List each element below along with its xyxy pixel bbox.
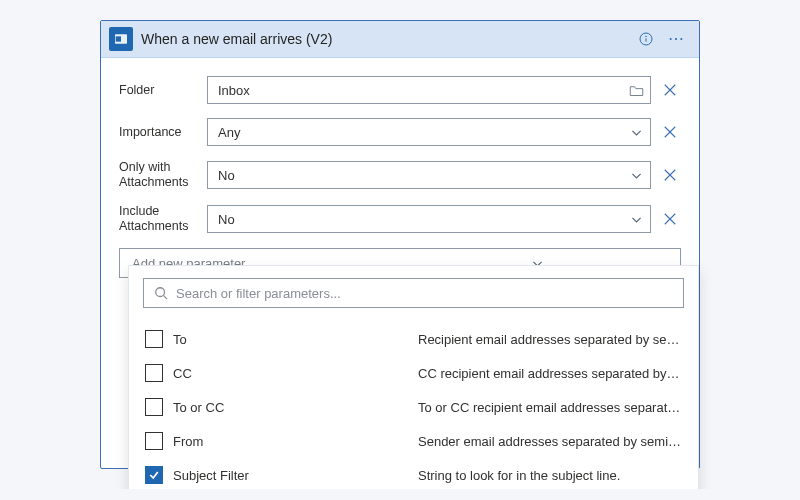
row-folder: Folder Inbox (119, 76, 681, 104)
param-name: From (173, 434, 418, 449)
param-name: CC (173, 366, 418, 381)
field-include-attachments[interactable]: No (207, 205, 651, 233)
more-icon[interactable] (665, 28, 687, 50)
label-only-attachments: Only with Attachments (119, 160, 199, 190)
outlook-icon (109, 27, 133, 51)
svg-point-16 (156, 288, 165, 297)
check-icon (148, 469, 160, 481)
remove-only-attachments[interactable] (659, 168, 681, 182)
param-option-to-or-cc[interactable]: To or CC To or CC recipient email addres… (143, 390, 684, 424)
param-option-from[interactable]: From Sender email addresses separated by… (143, 424, 684, 458)
info-icon[interactable] (635, 28, 657, 50)
svg-line-17 (164, 296, 168, 300)
search-icon (154, 286, 168, 300)
svg-point-7 (680, 38, 682, 40)
field-include-attachments-value: No (218, 212, 628, 227)
field-importance[interactable]: Any (207, 118, 651, 146)
label-include-attachments: Include Attachments (119, 204, 199, 234)
svg-rect-1 (116, 36, 121, 41)
row-importance: Importance Any (119, 118, 681, 146)
param-desc: To or CC recipient email addresses separ… (418, 400, 682, 415)
svg-point-5 (670, 38, 672, 40)
trigger-card: When a new email arrives (V2) Folder Inb… (100, 20, 700, 469)
param-desc: String to look for in the subject line. (418, 468, 682, 483)
field-only-attachments-value: No (218, 168, 628, 183)
svg-point-4 (646, 36, 647, 37)
checkbox-to[interactable] (145, 330, 163, 348)
card-title: When a new email arrives (V2) (141, 31, 627, 47)
parameter-search-input[interactable] (176, 286, 673, 301)
param-option-to[interactable]: To Recipient email addresses separated b… (143, 322, 684, 356)
chevron-down-icon (628, 167, 644, 183)
param-desc: Recipient email addresses separated by s… (418, 332, 682, 347)
chevron-down-icon (628, 124, 644, 140)
label-importance: Importance (119, 125, 199, 140)
row-only-attachments: Only with Attachments No (119, 160, 681, 190)
parameter-dropdown-panel: To Recipient email addresses separated b… (128, 265, 699, 489)
remove-folder[interactable] (659, 83, 681, 97)
checkbox-to-or-cc[interactable] (145, 398, 163, 416)
param-desc: CC recipient email addresses separated b… (418, 366, 682, 381)
row-include-attachments: Include Attachments No (119, 204, 681, 234)
field-only-attachments[interactable]: No (207, 161, 651, 189)
chevron-down-icon (628, 211, 644, 227)
param-desc: Sender email addresses separated by semi… (418, 434, 682, 449)
folder-picker-icon[interactable] (628, 82, 644, 98)
param-option-subject-filter[interactable]: Subject Filter String to look for in the… (143, 458, 684, 489)
checkbox-subject-filter[interactable] (145, 466, 163, 484)
svg-point-6 (675, 38, 677, 40)
label-folder: Folder (119, 83, 199, 98)
checkbox-cc[interactable] (145, 364, 163, 382)
parameter-search[interactable] (143, 278, 684, 308)
field-importance-value: Any (218, 125, 628, 140)
param-option-cc[interactable]: CC CC recipient email addresses separate… (143, 356, 684, 390)
remove-include-attachments[interactable] (659, 212, 681, 226)
param-name: Subject Filter (173, 468, 418, 483)
card-header: When a new email arrives (V2) (101, 21, 699, 58)
remove-importance[interactable] (659, 125, 681, 139)
field-folder-value: Inbox (218, 83, 628, 98)
checkbox-from[interactable] (145, 432, 163, 450)
param-name: To (173, 332, 418, 347)
field-folder[interactable]: Inbox (207, 76, 651, 104)
param-name: To or CC (173, 400, 418, 415)
